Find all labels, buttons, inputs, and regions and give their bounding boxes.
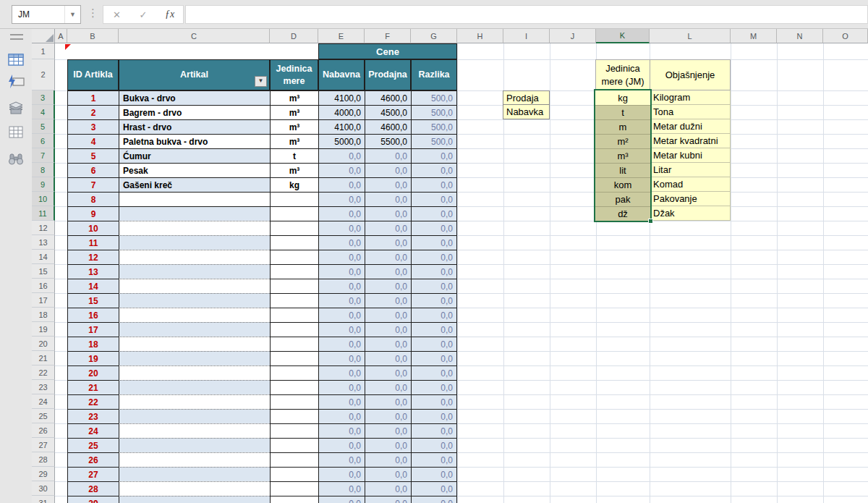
row-header-26[interactable]: 26 [32,423,55,438]
cell-nabavna[interactable]: 0,0 [318,351,365,365]
cell-artikal[interactable] [119,365,270,380]
cell-artikal[interactable] [119,337,270,351]
cell-razlika[interactable]: 0,0 [411,365,457,380]
cell-prodajna[interactable]: 4500,0 [365,105,411,119]
row-header-2[interactable]: 2 [32,59,55,90]
cell-razlika[interactable]: 0,0 [411,308,457,322]
header-jedinica-mere[interactable]: Jedinica mere [270,59,318,90]
cell-id[interactable]: 22 [67,394,119,409]
cell-artikal[interactable] [119,452,270,467]
column-header-D[interactable]: D [270,29,318,43]
row-header-13[interactable]: 13 [32,235,55,250]
cell-nabavna[interactable]: 0,0 [318,438,365,452]
unit-desc-cell[interactable]: Tona [650,105,731,119]
column-header-O[interactable]: O [823,29,868,43]
row-header-22[interactable]: 22 [32,365,55,380]
row-header-1[interactable]: 1 [32,43,55,59]
header-razlika[interactable]: Razlika [411,59,457,90]
row-header-27[interactable]: 27 [32,438,55,452]
row-header-8[interactable]: 8 [32,163,55,177]
cell-prodajna[interactable]: 0,0 [365,308,411,322]
cell-nabavna[interactable]: 0,0 [318,308,365,322]
table-icon[interactable] [7,52,27,69]
unit-desc-cell[interactable]: Pakovanje [650,192,731,206]
name-box[interactable]: JM ▼ [12,5,81,24]
column-header-G[interactable]: G [411,29,457,43]
cell-artikal[interactable]: Bukva - drvo [119,90,270,105]
cell-nabavna[interactable]: 0,0 [318,409,365,423]
cell-unit[interactable] [270,452,318,467]
cell-razlika[interactable]: 0,0 [411,206,457,221]
cell-prodajna[interactable]: 0,0 [365,163,411,177]
cell-artikal[interactable] [119,264,270,279]
cell-unit[interactable]: m³ [270,90,318,105]
binoculars-icon[interactable] [7,151,27,169]
header-id-artikla[interactable]: ID Artikla [67,59,119,90]
cell-artikal[interactable] [119,235,270,250]
cell-prodajna[interactable]: 0,0 [365,177,411,192]
cell-unit[interactable] [270,423,318,438]
cell-prodajna[interactable]: 0,0 [365,221,411,235]
cell-unit[interactable] [270,438,318,452]
cell-razlika[interactable]: 0,0 [411,264,457,279]
cell-artikal[interactable] [119,293,270,308]
cell-razlika[interactable]: 0,0 [411,452,457,467]
row-header-14[interactable]: 14 [32,250,55,264]
cell-nabavna[interactable]: 0,0 [318,235,365,250]
cell-unit[interactable] [270,351,318,365]
cell-unit[interactable] [270,250,318,264]
row-header-31[interactable]: 31 [32,496,55,503]
row-header-25[interactable]: 25 [32,409,55,423]
cell-nabavna[interactable]: 4000,0 [318,105,365,119]
cell-id[interactable]: 16 [67,308,119,322]
cell-prodajna[interactable]: 0,0 [365,467,411,481]
cell-id[interactable]: 21 [67,380,119,394]
unit-desc-cell[interactable]: Litar [650,163,731,177]
cell-unit[interactable] [270,235,318,250]
cell-artikal[interactable]: Hrast - drvo [119,119,270,134]
cell-razlika[interactable]: 0,0 [411,481,457,496]
column-header-E[interactable]: E [318,29,365,43]
cell-artikal[interactable]: Pesak [119,163,270,177]
cell-unit[interactable]: m³ [270,105,318,119]
cell-id[interactable]: 24 [67,423,119,438]
cell-id[interactable]: 1 [67,90,119,105]
header-artikal[interactable]: Artikal ▼ [119,59,270,90]
cell-id[interactable]: 20 [67,365,119,380]
unit-desc-cell[interactable]: Metar kvadratni [650,134,731,148]
select-all-button[interactable] [32,29,55,43]
nabavka-cell[interactable]: Nabavka [503,105,550,119]
cell-unit[interactable] [270,293,318,308]
cell-artikal[interactable] [119,279,270,293]
column-header-A[interactable]: A [55,29,67,43]
cell-prodajna[interactable]: 0,0 [365,351,411,365]
cell-razlika[interactable]: 0,0 [411,337,457,351]
cell-nabavna[interactable]: 4100,0 [318,119,365,134]
cell-prodajna[interactable]: 4600,0 [365,119,411,134]
cell-id[interactable]: 19 [67,351,119,365]
cell-razlika[interactable]: 0,0 [411,235,457,250]
column-header-J[interactable]: J [550,29,596,43]
cell-artikal[interactable] [119,467,270,481]
cell-unit[interactable] [270,481,318,496]
formula-bar[interactable] [185,5,868,24]
row-header-10[interactable]: 10 [32,192,55,206]
cell-razlika[interactable]: 0,0 [411,250,457,264]
cell-razlika[interactable]: 500,0 [411,105,457,119]
cell-id[interactable]: 27 [67,467,119,481]
row-header-12[interactable]: 12 [32,221,55,235]
column-header-C[interactable]: C [119,29,270,43]
cell-nabavna[interactable]: 0,0 [318,452,365,467]
unit-desc-cell[interactable]: Kilogram [650,90,731,105]
cell-id[interactable]: 14 [67,279,119,293]
cell-razlika[interactable]: 500,0 [411,90,457,105]
column-header-K[interactable]: K [596,29,650,43]
cell-id[interactable]: 9 [67,206,119,221]
prodaja-cell[interactable]: Prodaja [503,90,550,105]
units-header-objasnjenje[interactable]: Objašnjenje [650,59,731,90]
cell-prodajna[interactable]: 0,0 [365,394,411,409]
cell-razlika[interactable]: 0,0 [411,438,457,452]
column-header-M[interactable]: M [731,29,777,43]
cell-razlika[interactable]: 0,0 [411,192,457,206]
column-header-H[interactable]: H [457,29,503,43]
